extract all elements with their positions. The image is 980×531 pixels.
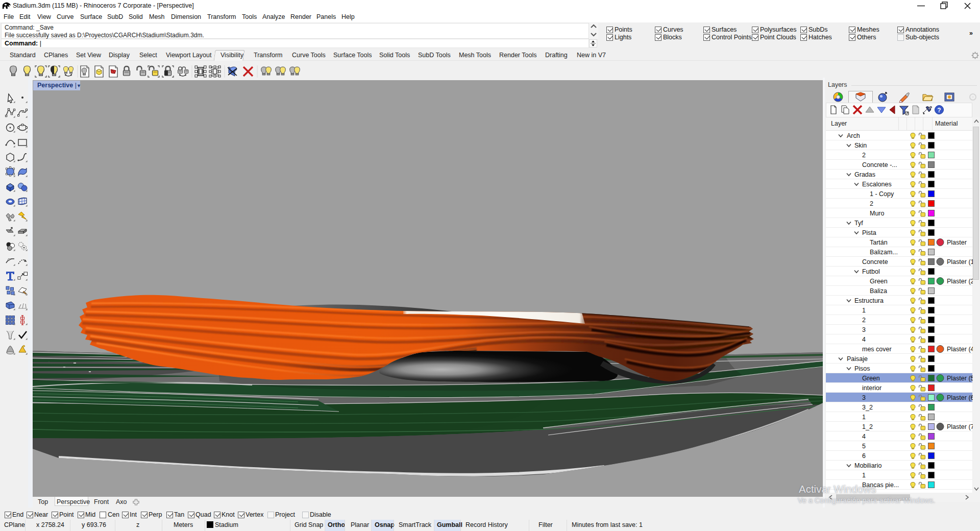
- svg-text:6: 6: [862, 452, 866, 460]
- svg-text:Skin: Skin: [854, 142, 867, 149]
- svg-text:Futbol: Futbol: [862, 268, 880, 275]
- svg-text:Balizam...: Balizam...: [870, 249, 898, 256]
- svg-text:Plaster (2: Plaster (2: [947, 278, 974, 285]
- svg-text:4: 4: [862, 433, 866, 440]
- svg-text:Gradas: Gradas: [854, 171, 875, 178]
- svg-text:Arch: Arch: [847, 132, 860, 139]
- svg-text:Escalones: Escalones: [862, 181, 892, 188]
- svg-text:3: 3: [862, 394, 866, 401]
- svg-text:Baliza: Baliza: [870, 287, 887, 295]
- svg-text:Mobiliario: Mobiliario: [854, 462, 882, 469]
- svg-text:3: 3: [862, 326, 866, 333]
- svg-text:1 - Copy: 1 - Copy: [870, 190, 894, 198]
- svg-text:Plaster (7: Plaster (7: [947, 423, 974, 430]
- svg-text:2: 2: [870, 200, 873, 207]
- svg-text:Plaster: Plaster: [947, 239, 967, 246]
- svg-text:4: 4: [862, 336, 866, 343]
- svg-text:Green: Green: [862, 375, 880, 382]
- svg-text:Plaster (1: Plaster (1: [947, 258, 974, 266]
- svg-text:2: 2: [862, 317, 866, 324]
- svg-text:Tartán: Tartán: [870, 239, 888, 246]
- svg-text:Estructura: Estructura: [854, 297, 884, 304]
- svg-text:Plaster (6: Plaster (6: [947, 394, 974, 401]
- svg-text:1_2: 1_2: [862, 423, 873, 430]
- svg-text:mes cover: mes cover: [862, 346, 892, 353]
- svg-text:1: 1: [862, 307, 866, 314]
- svg-text:Concrete -...: Concrete -...: [862, 161, 897, 168]
- svg-text:1: 1: [862, 414, 866, 421]
- svg-text:5: 5: [862, 443, 866, 450]
- svg-text:Plaster (5: Plaster (5: [947, 375, 974, 382]
- svg-text:Pista: Pista: [862, 229, 876, 236]
- svg-text:interior: interior: [862, 384, 881, 392]
- svg-text:Green: Green: [870, 278, 888, 285]
- svg-text:Concrete: Concrete: [862, 258, 888, 266]
- svg-text:Pisos: Pisos: [854, 365, 870, 372]
- svg-text:Paisaje: Paisaje: [847, 355, 868, 363]
- svg-text:3_2: 3_2: [862, 404, 873, 411]
- svg-text:Plaster (4: Plaster (4: [947, 346, 974, 353]
- svg-text:1: 1: [862, 472, 866, 479]
- svg-text:Muro: Muro: [870, 210, 885, 217]
- svg-text:2: 2: [862, 152, 866, 159]
- svg-text:Tyf: Tyf: [854, 220, 863, 227]
